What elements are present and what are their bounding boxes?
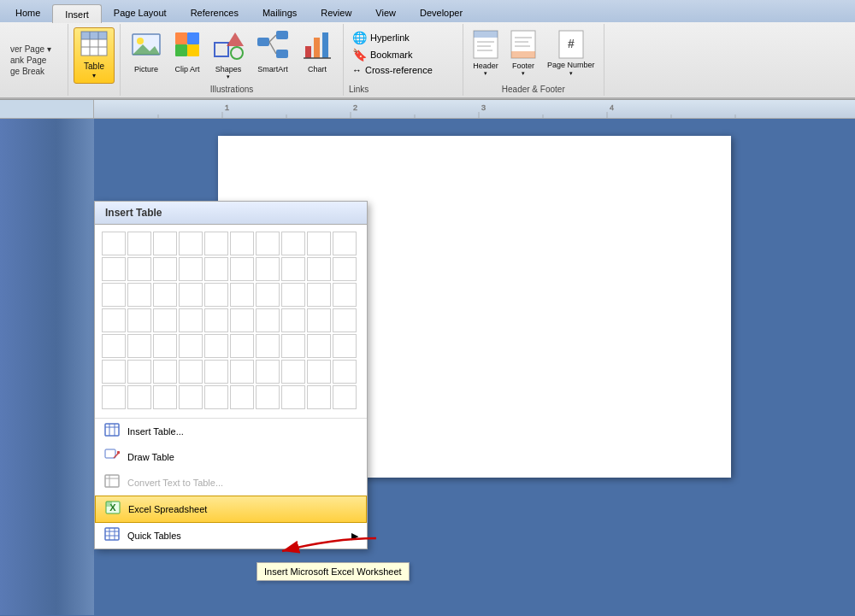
grid-cell[interactable]	[153, 334, 177, 358]
grid-cell[interactable]	[333, 232, 357, 255]
grid-cell[interactable]	[102, 283, 126, 307]
chart-button[interactable]: Chart	[298, 27, 336, 75]
grid-cell[interactable]	[256, 308, 280, 332]
cross-reference-button[interactable]: ↔ Cross-reference	[349, 63, 436, 77]
tab-references[interactable]: References	[179, 3, 251, 22]
grid-cell[interactable]	[179, 283, 203, 307]
grid-cell[interactable]	[281, 360, 305, 384]
grid-cell[interactable]	[307, 360, 331, 384]
excel-spreadsheet-menu-item[interactable]: X Excel Spreadsheet	[95, 496, 367, 523]
grid-cell[interactable]	[102, 232, 126, 255]
insert-table-menu-item[interactable]: Insert Table...	[95, 419, 367, 444]
grid-cell[interactable]	[153, 360, 177, 384]
hyperlink-button[interactable]: 🌐 Hyperlink	[349, 29, 436, 46]
grid-cell[interactable]	[102, 360, 126, 384]
tab-home[interactable]: Home	[3, 3, 52, 22]
grid-cell[interactable]	[333, 308, 357, 332]
grid-cell[interactable]	[230, 308, 254, 332]
grid-cell[interactable]	[256, 257, 280, 281]
grid-cell[interactable]	[307, 308, 331, 332]
tab-mailings[interactable]: Mailings	[251, 3, 309, 22]
grid-cell[interactable]	[307, 385, 331, 409]
grid-cell[interactable]	[230, 257, 254, 281]
grid-cell[interactable]	[333, 360, 357, 384]
grid-cell[interactable]	[256, 283, 280, 307]
draw-table-menu-item[interactable]: Draw Table	[95, 444, 367, 470]
blank-page-btn[interactable]: ank Page	[7, 55, 50, 66]
smartart-button[interactable]: SmartArt	[251, 27, 295, 75]
grid-cell[interactable]	[256, 232, 280, 255]
grid-cell[interactable]	[307, 334, 331, 358]
grid-cell[interactable]	[153, 308, 177, 332]
grid-cell[interactable]	[204, 257, 228, 281]
grid-cell[interactable]	[333, 257, 357, 281]
grid-cell[interactable]	[230, 334, 254, 358]
grid-cell[interactable]	[307, 232, 331, 255]
picture-button[interactable]: Picture	[127, 27, 165, 75]
grid-cell[interactable]	[204, 360, 228, 384]
grid-cell[interactable]	[256, 360, 280, 384]
grid-cell[interactable]	[230, 283, 254, 307]
grid-cell[interactable]	[179, 360, 203, 384]
grid-cell[interactable]	[230, 385, 254, 409]
grid-cell[interactable]	[179, 334, 203, 358]
grid-cell[interactable]	[281, 232, 305, 255]
grid-cell[interactable]	[256, 385, 280, 409]
grid-cell[interactable]	[102, 308, 126, 332]
grid-cell[interactable]	[102, 334, 126, 358]
page-number-button[interactable]: # Page Number ▾	[544, 27, 598, 79]
page-break-btn[interactable]: ge Break	[7, 66, 48, 77]
grid-cell[interactable]	[333, 283, 357, 307]
tab-insert[interactable]: Insert	[52, 4, 102, 23]
table-icon	[80, 31, 108, 60]
grid-cell[interactable]	[102, 385, 126, 409]
table-button[interactable]: Table ▾	[74, 27, 115, 84]
grid-cell[interactable]	[281, 334, 305, 358]
bookmark-button[interactable]: 🔖 Bookmark	[349, 46, 436, 63]
convert-text-menu-item[interactable]: Convert Text to Table...	[95, 470, 367, 496]
grid-cell[interactable]	[127, 308, 151, 332]
header-button[interactable]: Header ▾	[469, 27, 503, 79]
grid-cell[interactable]	[179, 385, 203, 409]
grid-cell[interactable]	[307, 283, 331, 307]
grid-cell[interactable]	[204, 232, 228, 255]
grid-cell[interactable]	[333, 334, 357, 358]
grid-cell[interactable]	[281, 385, 305, 409]
grid-cell[interactable]	[256, 334, 280, 358]
grid-cell[interactable]	[204, 283, 228, 307]
cover-page-btn[interactable]: ver Page ▾	[7, 44, 55, 55]
grid-cell[interactable]	[179, 308, 203, 332]
grid-cell[interactable]	[127, 334, 151, 358]
grid-cell[interactable]	[204, 334, 228, 358]
grid-cell[interactable]	[307, 257, 331, 281]
grid-cell[interactable]	[179, 232, 203, 255]
tab-view[interactable]: View	[363, 3, 408, 22]
grid-cell[interactable]	[281, 308, 305, 332]
grid-cell[interactable]	[153, 385, 177, 409]
grid-cell[interactable]	[281, 283, 305, 307]
grid-cell[interactable]	[153, 232, 177, 255]
tab-review[interactable]: Review	[309, 3, 363, 22]
grid-cell[interactable]	[153, 283, 177, 307]
grid-cell[interactable]	[179, 257, 203, 281]
footer-button[interactable]: Footer ▾	[506, 27, 540, 79]
grid-cell[interactable]	[127, 283, 151, 307]
grid-cell[interactable]	[102, 257, 126, 281]
grid-cell[interactable]	[230, 360, 254, 384]
grid-cell[interactable]	[127, 360, 151, 384]
grid-cell[interactable]	[333, 385, 357, 409]
grid-cell[interactable]	[281, 257, 305, 281]
clip-art-button[interactable]: Clip Art	[168, 27, 206, 75]
grid-cell[interactable]	[127, 257, 151, 281]
tab-developer[interactable]: Developer	[408, 3, 475, 22]
grid-cell[interactable]	[153, 257, 177, 281]
grid-cell[interactable]	[127, 385, 151, 409]
quick-tables-menu-item[interactable]: Quick Tables ▶	[95, 523, 367, 549]
svg-rect-22	[314, 38, 320, 58]
grid-cell[interactable]	[230, 232, 254, 255]
grid-cell[interactable]	[204, 308, 228, 332]
tab-page-layout[interactable]: Page Layout	[102, 3, 179, 22]
grid-cell[interactable]	[204, 385, 228, 409]
shapes-button[interactable]: Shapes ▾	[209, 27, 247, 82]
grid-cell[interactable]	[127, 232, 151, 255]
